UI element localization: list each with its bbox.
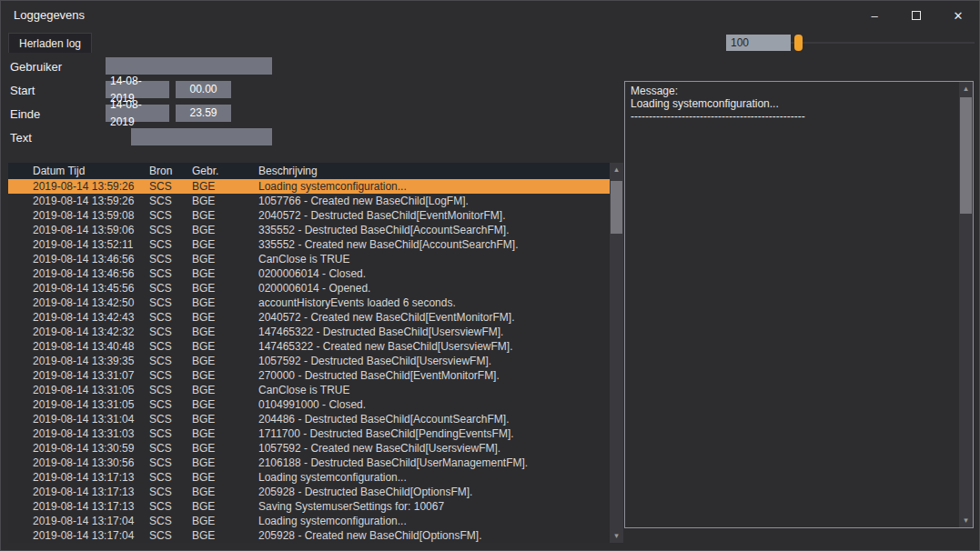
message-scrollbar-thumb[interactable] — [960, 97, 972, 214]
cell-beschrijving: CanClose is TRUE — [258, 253, 610, 265]
cell-datum-tijd: 2019-08-14 13:59:08 — [33, 209, 149, 222]
cell-gebr: BGE — [192, 500, 258, 513]
slider-handle[interactable] — [794, 35, 803, 51]
cell-datum-tijd: 2019-08-14 13:17:13 — [33, 500, 149, 513]
table-row[interactable]: 2019-08-14 13:31:07 SCS BGE 270000 - Des… — [8, 368, 610, 383]
cell-datum-tijd: 2019-08-14 13:31:05 — [33, 398, 149, 411]
table-row[interactable]: 2019-08-14 13:17:13 SCS BGE Loading syst… — [8, 470, 610, 485]
cell-beschrijving: 204486 - Destructed BaseChild[AccountSea… — [258, 413, 610, 426]
table-row[interactable]: 2019-08-14 13:59:26 SCS BGE Loading syst… — [8, 179, 610, 194]
cell-bron: SCS — [149, 340, 192, 353]
cell-beschrijving: 0200006014 - Closed. — [258, 267, 610, 280]
cell-gebr: BGE — [192, 282, 258, 295]
column-header-gebr[interactable]: Gebr. — [192, 165, 258, 177]
cell-bron: SCS — [149, 486, 192, 498]
cell-beschrijving: 0104991000 - Closed. — [258, 398, 610, 411]
table-scrollbar[interactable]: ▴ ▾ — [610, 163, 623, 543]
text-input[interactable] — [131, 128, 272, 145]
table-row[interactable]: 2019-08-14 13:31:04 SCS BGE 204486 - Des… — [8, 412, 610, 426]
cell-bron: SCS — [149, 224, 192, 236]
scroll-up-icon[interactable]: ▴ — [610, 163, 623, 176]
window-controls: – ✕ — [854, 1, 979, 30]
cell-datum-tijd: 2019-08-14 13:42:50 — [33, 296, 149, 309]
cell-gebr: BGE — [192, 238, 258, 251]
table-row[interactable]: 2019-08-14 13:59:08 SCS BGE 2040572 - De… — [8, 208, 610, 223]
einde-date-input[interactable]: 14-08-2019 — [106, 105, 169, 122]
cell-datum-tijd: 2019-08-14 13:40:48 — [33, 340, 149, 353]
cell-datum-tijd: 2019-08-14 13:31:05 — [33, 384, 149, 396]
cell-gebr: BGE — [192, 209, 258, 222]
table-row[interactable]: 2019-08-14 13:45:56 SCS BGE 0200006014 -… — [8, 281, 610, 296]
table-row[interactable]: 2019-08-14 13:46:56 SCS BGE CanClose is … — [8, 252, 610, 266]
cell-gebr: BGE — [192, 413, 258, 426]
table-row[interactable]: 2019-08-14 13:52:11 SCS BGE 335552 - Cre… — [8, 237, 610, 252]
table-row[interactable]: 2019-08-14 13:59:26 SCS BGE 1057766 - Cr… — [8, 194, 610, 208]
cell-gebr: BGE — [192, 427, 258, 440]
table-row[interactable]: 2019-08-14 13:39:35 SCS BGE 1057592 - De… — [8, 354, 610, 368]
cell-bron: SCS — [149, 180, 192, 193]
cell-beschrijving: Loading systemconfiguration... — [258, 471, 610, 484]
close-button[interactable]: ✕ — [937, 1, 979, 30]
cell-bron: SCS — [149, 398, 192, 411]
cell-gebr: BGE — [192, 224, 258, 236]
table-row[interactable]: 2019-08-14 13:31:03 SCS BGE 1711700 - De… — [8, 426, 610, 441]
cell-datum-tijd: 2019-08-14 13:17:04 — [33, 529, 149, 542]
cell-bron: SCS — [149, 456, 192, 469]
titlebar[interactable]: Loggegevens – ✕ — [1, 1, 979, 30]
cell-beschrijving: 1711700 - Destructed BaseChild[PendingEv… — [258, 427, 610, 440]
cell-gebr: BGE — [192, 267, 258, 280]
cell-datum-tijd: 2019-08-14 13:46:56 — [33, 267, 149, 280]
log-count-slider[interactable] — [791, 34, 975, 52]
gebruiker-label: Gebruiker — [10, 60, 62, 74]
cell-beschrijving: Saving SystemuserSettings for: 10067 — [258, 500, 610, 513]
cell-gebr: BGE — [192, 296, 258, 309]
table-row[interactable]: 2019-08-14 13:30:59 SCS BGE 1057592 - Cr… — [8, 441, 610, 456]
table-row[interactable]: 2019-08-14 13:17:13 SCS BGE Saving Syste… — [8, 499, 610, 514]
cell-bron: SCS — [149, 282, 192, 295]
table-row[interactable]: 2019-08-14 13:17:13 SCS BGE 205928 - Des… — [8, 485, 610, 499]
maximize-icon — [912, 11, 921, 20]
cell-bron: SCS — [149, 384, 192, 396]
slider-value-box[interactable]: 100 — [726, 35, 791, 51]
cell-beschrijving: 270000 - Destructed BaseChild[EventMonit… — [258, 369, 610, 382]
cell-beschrijving: 147465322 - Created new BaseChild[Usersv… — [258, 340, 610, 353]
table-row[interactable]: 2019-08-14 13:42:43 SCS BGE 2040572 - Cr… — [8, 310, 610, 325]
cell-beschrijving: 0200006014 - Opened. — [258, 282, 610, 295]
cell-datum-tijd: 2019-08-14 13:42:32 — [33, 326, 149, 338]
table-row[interactable]: 2019-08-14 13:46:56 SCS BGE 0200006014 -… — [8, 266, 610, 281]
column-header-beschrijving[interactable]: Beschrijving — [258, 165, 610, 177]
cell-gebr: BGE — [192, 442, 258, 455]
cell-datum-tijd: 2019-08-14 13:17:13 — [33, 486, 149, 498]
start-time-input[interactable]: 00.00 — [176, 81, 231, 98]
maximize-button[interactable] — [895, 1, 937, 30]
scroll-down-icon[interactable]: ▾ — [959, 514, 973, 527]
table-row[interactable]: 2019-08-14 13:59:06 SCS BGE 335552 - Des… — [8, 223, 610, 237]
message-scrollbar[interactable]: ▴ ▾ — [959, 82, 973, 527]
table-row[interactable]: 2019-08-14 13:31:05 SCS BGE 0104991000 -… — [8, 397, 610, 412]
slider-track — [791, 42, 975, 44]
cell-beschrijving: 1057766 - Created new BaseChild[LogFM]. — [258, 195, 610, 207]
einde-time-input[interactable]: 23.59 — [176, 105, 231, 122]
cell-bron: SCS — [149, 529, 192, 542]
table-row[interactable]: 2019-08-14 13:31:05 SCS BGE CanClose is … — [8, 383, 610, 397]
cell-beschrijving: 205928 - Destructed BaseChild[OptionsFM]… — [258, 486, 610, 498]
tab-herladen-log[interactable]: Herladen log — [8, 33, 92, 53]
cell-beschrijving: 335552 - Destructed BaseChild[AccountSea… — [258, 224, 610, 236]
cell-gebr: BGE — [192, 471, 258, 484]
scroll-down-icon[interactable]: ▾ — [610, 529, 623, 543]
scroll-up-icon[interactable]: ▴ — [959, 82, 973, 95]
table-row[interactable]: 2019-08-14 13:30:56 SCS BGE 2106188 - De… — [8, 456, 610, 470]
table-row[interactable]: 2019-08-14 13:17:04 SCS BGE Loading syst… — [8, 514, 610, 528]
cell-bron: SCS — [149, 326, 192, 338]
column-header-bron[interactable]: Bron — [149, 165, 192, 177]
table-row[interactable]: 2019-08-14 13:42:32 SCS BGE 147465322 - … — [8, 325, 610, 339]
cell-bron: SCS — [149, 515, 192, 527]
table-scrollbar-thumb[interactable] — [611, 181, 622, 234]
table-row[interactable]: 2019-08-14 13:17:04 SCS BGE 205928 - Cre… — [8, 528, 610, 543]
table-header: Datum Tijd Bron Gebr. Beschrijving — [8, 163, 610, 179]
column-header-datum-tijd[interactable]: Datum Tijd — [33, 165, 149, 177]
minimize-button[interactable]: – — [854, 1, 895, 30]
table-row[interactable]: 2019-08-14 13:40:48 SCS BGE 147465322 - … — [8, 339, 610, 354]
cell-beschrijving: CanClose is TRUE — [258, 384, 610, 396]
table-row[interactable]: 2019-08-14 13:42:50 SCS BGE accountHisto… — [8, 296, 610, 310]
